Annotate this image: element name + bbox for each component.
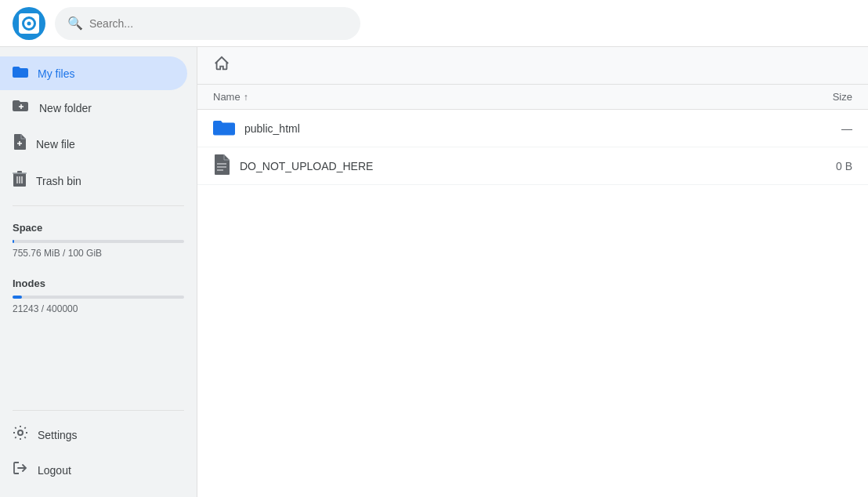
sidebar-item-trash-bin[interactable]: Trash bin: [0, 162, 187, 199]
inodes-section: Inodes 21243 / 400000: [0, 268, 197, 324]
file-size: —: [790, 122, 852, 135]
divider-2: [13, 410, 184, 411]
space-text: 755.76 MiB / 100 GiB: [13, 248, 184, 259]
sidebar-label-my-files: My files: [38, 67, 74, 80]
file-name: public_html: [244, 122, 790, 135]
sidebar-item-logout[interactable]: Logout: [0, 452, 187, 488]
space-progress-bg: [13, 240, 184, 243]
new-folder-icon: [13, 98, 30, 118]
sidebar-item-my-files[interactable]: My files: [0, 56, 187, 90]
sidebar-label-logout: Logout: [38, 464, 71, 477]
file-table: Name ↑ Size public_html —: [197, 85, 868, 497]
col-name-header: Name ↑: [213, 91, 790, 103]
doc-icon-wrap: [213, 154, 230, 178]
home-icon[interactable]: [213, 55, 230, 76]
main-content: Name ↑ Size public_html —: [197, 47, 868, 497]
space-section: Space 755.76 MiB / 100 GiB: [0, 212, 197, 268]
table-row[interactable]: DO_NOT_UPLOAD_HERE 0 B: [197, 147, 868, 185]
main-layout: My files New folder: [0, 47, 868, 497]
table-header: Name ↑ Size: [197, 85, 868, 110]
search-box: 🔍: [55, 7, 360, 40]
sidebar: My files New folder: [0, 47, 197, 497]
logout-icon: [13, 460, 28, 480]
name-label: Name: [213, 91, 241, 103]
inodes-label: Inodes: [13, 278, 184, 289]
space-progress-fill: [13, 240, 14, 243]
breadcrumb-bar: [197, 47, 868, 85]
col-size-header: Size: [790, 91, 852, 103]
table-row[interactable]: public_html —: [197, 110, 868, 147]
folder-icon-wrap: [213, 118, 235, 138]
search-input[interactable]: [89, 17, 348, 30]
logo-button[interactable]: [13, 7, 45, 40]
search-icon: 🔍: [67, 16, 83, 31]
file-size: 0 B: [790, 160, 852, 172]
sort-arrow-icon: ↑: [244, 92, 248, 103]
sidebar-bottom: Settings Logout: [0, 404, 197, 488]
sidebar-item-settings[interactable]: Settings: [0, 417, 187, 452]
sidebar-label-new-file: New file: [36, 138, 75, 151]
topbar: 🔍: [0, 0, 868, 47]
inodes-text: 21243 / 400000: [13, 303, 184, 314]
divider-1: [13, 205, 184, 206]
sidebar-label-trash-bin: Trash bin: [36, 175, 81, 187]
gear-icon: [13, 425, 28, 444]
inodes-progress-bg: [13, 296, 184, 299]
svg-point-10: [18, 430, 23, 435]
new-file-icon: [13, 133, 27, 154]
inodes-progress-fill: [13, 296, 22, 299]
file-name: DO_NOT_UPLOAD_HERE: [240, 160, 790, 172]
sidebar-label-settings: Settings: [38, 429, 78, 441]
trash-icon: [13, 170, 27, 191]
sidebar-label-new-folder: New folder: [39, 102, 92, 114]
folder-icon: [13, 64, 28, 82]
space-label: Space: [13, 222, 184, 234]
sidebar-item-new-file[interactable]: New file: [0, 125, 187, 162]
sidebar-item-new-folder[interactable]: New folder: [0, 90, 187, 125]
